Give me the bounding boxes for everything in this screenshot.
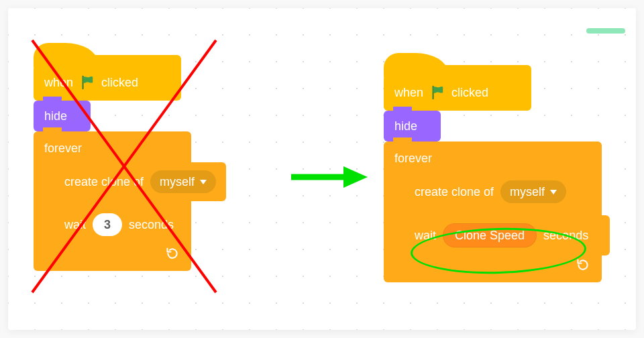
- clone-target-dropdown[interactable]: myself: [500, 180, 566, 203]
- hide-block[interactable]: hide: [34, 101, 91, 131]
- clone-target-value: myself: [160, 176, 195, 188]
- green-flag-icon: [80, 75, 95, 90]
- when-flag-clicked-block[interactable]: when clicked: [384, 65, 531, 111]
- wait-label: wait: [64, 219, 86, 231]
- create-clone-label: create clone of: [415, 186, 494, 198]
- forever-label: forever: [393, 150, 592, 172]
- when-flag-clicked-block[interactable]: when clicked: [34, 55, 181, 101]
- forever-label: forever: [43, 139, 182, 162]
- create-clone-block[interactable]: create clone of myself: [55, 162, 226, 201]
- hide-label: hide: [394, 119, 417, 133]
- hide-label: hide: [44, 109, 67, 123]
- wait-block[interactable]: wait Clone Speed seconds: [405, 215, 610, 256]
- forever-block[interactable]: forever create clone of myself wait 3 se…: [34, 131, 191, 271]
- script-stack-after: when clicked hide forever create clone o…: [384, 65, 602, 282]
- svg-marker-1: [343, 166, 368, 188]
- transform-arrow-icon: [288, 164, 369, 193]
- hide-block[interactable]: hide: [384, 111, 441, 142]
- repeat-icon: [166, 247, 179, 260]
- wait-label: wait: [415, 229, 436, 241]
- seconds-label: seconds: [543, 229, 588, 241]
- wait-value-input[interactable]: 3: [93, 213, 122, 236]
- hat-suffix: clicked: [101, 76, 138, 89]
- create-clone-label: create clone of: [64, 176, 144, 188]
- repeat-icon: [576, 258, 590, 272]
- forever-block[interactable]: forever create clone of myself wait Clon…: [384, 142, 602, 282]
- dropdown-caret-icon: [550, 190, 557, 194]
- green-flag-icon: [430, 85, 445, 100]
- hat-prefix: when: [394, 87, 423, 99]
- seconds-label: seconds: [129, 219, 174, 231]
- accent-bar: [586, 28, 625, 34]
- script-stack-before: when clicked hide forever create clone o…: [34, 55, 191, 271]
- hat-suffix: clicked: [451, 87, 488, 99]
- clone-target-dropdown[interactable]: myself: [150, 170, 216, 193]
- hat-prefix: when: [44, 76, 73, 89]
- wait-variable-reporter[interactable]: Clone Speed: [443, 223, 537, 247]
- wait-block[interactable]: wait 3 seconds: [55, 205, 189, 244]
- dropdown-caret-icon: [200, 180, 207, 184]
- create-clone-block[interactable]: create clone of myself: [405, 172, 593, 211]
- scratch-canvas: when clicked hide forever create clone o…: [8, 8, 636, 330]
- clone-target-value: myself: [510, 186, 545, 198]
